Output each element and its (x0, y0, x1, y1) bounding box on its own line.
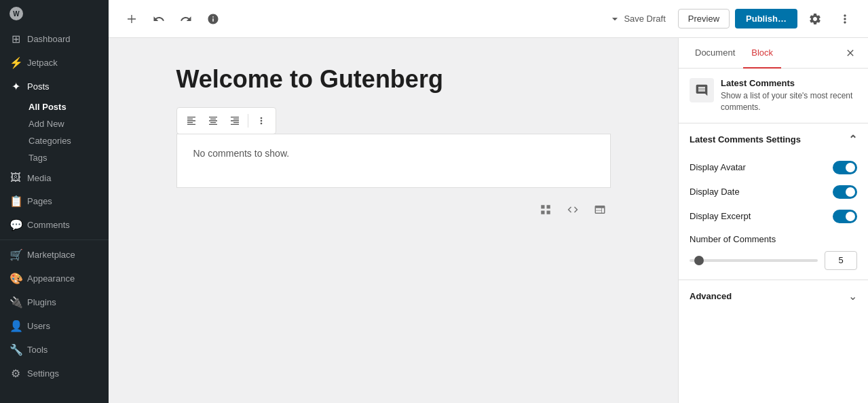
display-avatar-toggle[interactable] (833, 161, 857, 174)
plugins-icon: 🔌 (10, 296, 22, 309)
users-icon: 👤 (10, 320, 22, 332)
sidebar-item-label: Appearance (27, 273, 75, 284)
comments-count-slider[interactable] (690, 259, 818, 262)
sidebar-item-dashboard[interactable]: ⊞ Dashboard (0, 27, 109, 51)
sidebar-item-label: Dashboard (27, 34, 71, 44)
toolbar-right: Save Draft Preview Publish… (603, 7, 857, 31)
block-icon (690, 78, 714, 102)
sidebar-item-label: Marketplace (27, 250, 75, 260)
marketplace-icon: 🛒 (10, 248, 22, 261)
align-right-button[interactable] (225, 111, 245, 131)
advanced-label: Advanced (690, 291, 732, 301)
advanced-section[interactable]: Advanced ⌄ (679, 280, 868, 312)
display-excerpt-row: Display Excerpt (690, 204, 857, 229)
redo-button[interactable] (174, 7, 198, 31)
sidebar-item-label: Add New (29, 119, 64, 129)
display-date-row: Display Date (690, 180, 857, 204)
wordpress-icon: W (10, 7, 23, 20)
comments-icon: 💬 (10, 218, 22, 231)
sidebar-item-label: Comments (27, 220, 70, 230)
settings-section: Latest Comments Settings ⌃ Display Avata… (679, 123, 868, 280)
block-toolbar (176, 107, 276, 134)
post-title[interactable]: Welcome to Gutenberg (176, 65, 611, 94)
block-title: Latest Comments (721, 78, 857, 88)
block-info-text: Latest Comments Show a list of your site… (721, 78, 857, 113)
number-of-comments-label: Number of Comments (690, 229, 857, 251)
appearance-icon: 🎨 (10, 272, 22, 285)
sidebar-item-label: Media (27, 173, 51, 183)
main-area: Save Draft Preview Publish… Welcome to G… (109, 0, 868, 403)
more-block-options-button[interactable] (251, 111, 271, 131)
close-panel-button[interactable] (841, 43, 860, 62)
comments-block[interactable]: No comments to show. (176, 134, 611, 188)
sidebar-logo[interactable]: W (0, 0, 109, 27)
sidebar-item-pages[interactable]: 📋 Pages (0, 189, 109, 213)
sidebar-item-label: Jetpack (27, 58, 58, 68)
no-comments-text: No comments to show. (193, 148, 290, 159)
undo-button[interactable] (147, 7, 171, 31)
sidebar-item-plugins[interactable]: 🔌 Plugins (0, 290, 109, 314)
display-date-label: Display Date (690, 187, 740, 197)
sidebar-item-marketplace[interactable]: 🛒 Marketplace (0, 243, 109, 267)
html-view-button[interactable] (589, 199, 611, 220)
sidebar-item-users[interactable]: 👤 Users (0, 314, 109, 338)
panel-tabs: Document Block (679, 38, 868, 69)
sidebar-item-media[interactable]: 🖼 Media (0, 166, 109, 189)
posts-submenu: All Posts Add New Categories Tags (0, 98, 109, 166)
preview-button[interactable]: Preview (678, 9, 730, 28)
collapse-icon: ⌃ (848, 133, 857, 146)
sidebar-item-label: Users (27, 321, 50, 331)
sidebar-item-all-posts[interactable]: All Posts (19, 98, 109, 115)
editor-content[interactable]: Welcome to Gutenberg No commen (109, 38, 678, 403)
jetpack-icon: ⚡ (10, 56, 22, 69)
display-avatar-row: Display Avatar (690, 155, 857, 180)
sidebar-item-categories[interactable]: Categories (19, 132, 109, 149)
tools-icon: 🔧 (10, 343, 22, 356)
toolbar-left (119, 7, 599, 31)
align-left-button[interactable] (181, 111, 202, 131)
sidebar-item-comments[interactable]: 💬 Comments (0, 213, 109, 237)
tab-block[interactable]: Block (743, 38, 781, 69)
publish-button[interactable]: Publish… (735, 9, 797, 28)
display-date-toggle[interactable] (833, 185, 857, 199)
sidebar-item-settings[interactable]: ⚙ Settings (0, 362, 109, 385)
sidebar-item-label: Posts (27, 81, 50, 92)
sidebar: W ⊞ Dashboard ⚡ Jetpack ✦ Posts All Post… (0, 0, 109, 403)
editor-settings-button[interactable] (803, 7, 827, 31)
sidebar-item-tags[interactable]: Tags (19, 149, 109, 166)
sidebar-item-label: Tools (27, 345, 48, 355)
more-options-button[interactable] (833, 7, 857, 31)
block-description: Show a list of your site's most recent c… (721, 90, 857, 113)
code-view-button[interactable] (562, 199, 584, 220)
sidebar-item-posts[interactable]: ✦ Posts (0, 75, 109, 98)
sidebar-item-jetpack[interactable]: ⚡ Jetpack (0, 51, 109, 75)
comments-count-input[interactable] (825, 251, 857, 270)
info-button[interactable] (201, 7, 225, 31)
dashboard-icon: ⊞ (10, 33, 22, 45)
number-of-comments-container: Number of Comments (690, 229, 857, 280)
align-center-button[interactable] (203, 111, 223, 131)
advanced-chevron-icon: ⌄ (848, 290, 857, 303)
editor-toolbar: Save Draft Preview Publish… (109, 0, 868, 38)
grid-view-button[interactable] (535, 199, 556, 220)
editor-area: Welcome to Gutenberg No commen (109, 38, 868, 403)
settings-section-header[interactable]: Latest Comments Settings ⌃ (690, 123, 857, 155)
tab-document[interactable]: Document (687, 38, 743, 69)
sidebar-item-appearance[interactable]: 🎨 Appearance (0, 267, 109, 290)
right-panel: Document Block Latest Comments Show a li… (678, 38, 868, 403)
slider-row (690, 251, 857, 270)
add-block-button[interactable] (119, 7, 144, 31)
sidebar-item-add-new[interactable]: Add New (19, 115, 109, 132)
sidebar-item-label: Plugins (27, 297, 56, 307)
block-actions-bar (176, 199, 611, 220)
display-excerpt-label: Display Excerpt (690, 211, 751, 221)
display-excerpt-toggle[interactable] (833, 210, 857, 223)
sidebar-divider (0, 239, 109, 240)
sidebar-item-tools[interactable]: 🔧 Tools (0, 338, 109, 362)
toolbar-divider (248, 114, 248, 128)
sidebar-item-label: Pages (27, 196, 52, 206)
pages-icon: 📋 (10, 195, 22, 208)
sidebar-item-label: Tags (29, 153, 47, 163)
sidebar-item-label: All Posts (29, 102, 67, 112)
save-draft-button[interactable]: Save Draft (603, 9, 672, 28)
